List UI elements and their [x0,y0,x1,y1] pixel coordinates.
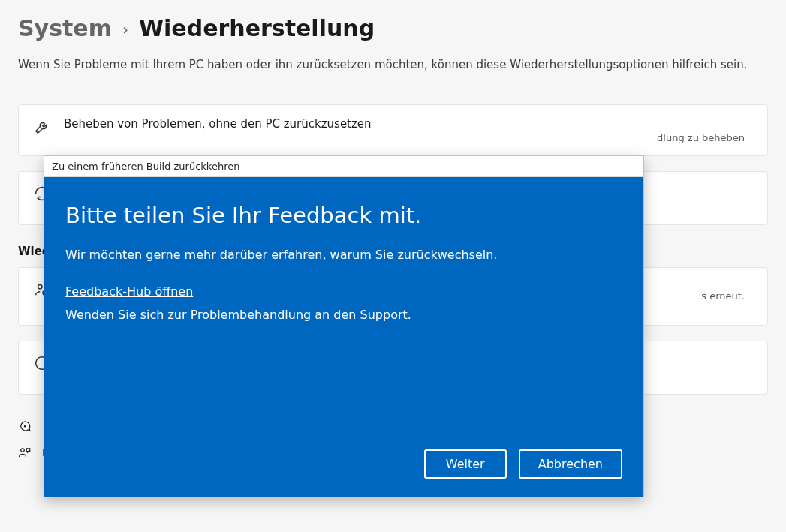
feedback-hub-link[interactable]: Feedback-Hub öffnen [65,284,193,299]
card-text: Beheben von Problemen, ohne den PC zurüc… [64,117,752,143]
breadcrumb: System › Wiederherstellung [18,15,768,41]
svg-point-0 [38,285,43,290]
page-description: Wenn Sie Probleme mit Ihrem PC haben ode… [18,58,768,71]
next-button[interactable]: Weiter [424,449,507,479]
chevron-right-icon: › [122,20,128,38]
feedback-person-icon [18,446,32,459]
dialog-body: Bitte teilen Sie Ihr Feedback mit. Wir m… [44,177,643,497]
dialog-subtext: Wir möchten gerne mehr darüber erfahren,… [65,248,622,262]
svg-point-1 [24,426,25,427]
dialog-titlebar: Zu einem früheren Build zurückkehren [44,156,643,177]
breadcrumb-root[interactable]: System [18,15,112,41]
cancel-button[interactable]: Abbrechen [519,449,622,479]
dialog-heading: Bitte teilen Sie Ihr Feedback mit. [65,203,622,228]
breadcrumb-current: Wiederherstellung [139,15,375,41]
svg-point-2 [21,449,25,452]
dialog-buttons: Weiter Abbrechen [65,449,622,479]
card-troubleshoot[interactable]: Beheben von Problemen, ohne den PC zurüc… [18,104,768,156]
rollback-dialog: Zu einem früheren Build zurückkehren Bit… [44,155,644,497]
help-chat-icon [18,420,32,434]
card-subtitle-partial: dlung zu beheben [64,132,752,143]
card-title: Beheben von Problemen, ohne den PC zurüc… [64,117,752,131]
wrench-icon [34,119,50,135]
support-link[interactable]: Wenden Sie sich zur Problembehandlung an… [65,308,411,322]
